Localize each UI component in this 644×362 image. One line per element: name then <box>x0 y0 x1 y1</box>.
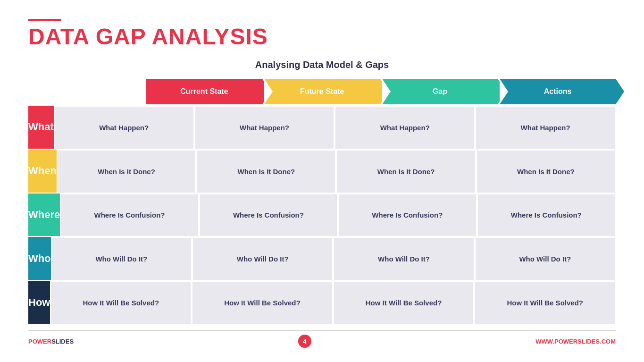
header-future-label: Future State <box>300 87 344 96</box>
row-label-when: When <box>28 150 57 194</box>
row-label-how: How <box>28 281 50 325</box>
page: DATA GAP ANALYSIS Analysing Data Model &… <box>0 0 644 362</box>
cell-how-current: How It Will Be Solved? <box>50 281 192 325</box>
cell-what-gap: What Happen? <box>335 106 475 150</box>
row-label-what: What <box>28 106 54 150</box>
cell-when-actions: When Is It Done? <box>476 150 616 194</box>
table-container: Current State Future State Gap Actions <box>28 79 616 325</box>
header-current-state: Current State <box>146 79 262 104</box>
title-part1: DATA GAP <box>28 24 151 49</box>
cell-who-gap: Who Will Do It? <box>333 237 474 281</box>
cell-when-future: When Is It Done? <box>196 150 336 194</box>
header-current-label: Current State <box>180 87 228 96</box>
row-how: How How It Will Be Solved? How It Will B… <box>28 281 616 325</box>
footer-website: WWW.POWERSLIDES.COM <box>535 338 616 345</box>
cell-where-future: Where Is Confusion? <box>199 194 338 237</box>
cell-who-current: Who Will Do It? <box>51 237 192 281</box>
footer-brand-bold: POWER <box>28 338 51 345</box>
page-title: DATA GAP ANALYSIS <box>28 25 616 48</box>
footer: POWERSLIDES 4 WWW.POWERSLIDES.COM <box>28 330 616 348</box>
header-row: Current State Future State Gap Actions <box>146 79 616 104</box>
title-part2: ANALYSIS <box>151 24 268 49</box>
header-actions: Actions <box>500 79 616 104</box>
data-rows: What What Happen? What Happen? What Happ… <box>28 106 616 325</box>
cell-when-current: When Is It Done? <box>57 150 196 194</box>
cell-what-actions: What Happen? <box>475 106 616 150</box>
row-what: What What Happen? What Happen? What Happ… <box>28 106 616 150</box>
title-bar <box>28 19 61 21</box>
cell-where-gap: Where Is Confusion? <box>338 194 477 237</box>
header-gap: Gap <box>382 79 498 104</box>
cell-how-actions: How It Will Be Solved? <box>474 281 616 325</box>
header-gap-label: Gap <box>433 87 447 96</box>
cell-when-gap: When Is It Done? <box>336 150 476 194</box>
row-label-who: Who <box>28 237 51 281</box>
cell-what-current: What Happen? <box>54 106 194 150</box>
footer-brand: POWERSLIDES <box>28 338 74 345</box>
cell-who-future: Who Will Do It? <box>192 237 333 281</box>
footer-page-number: 4 <box>298 335 311 348</box>
cell-where-current: Where Is Confusion? <box>60 194 199 237</box>
row-who: Who Who Will Do It? Who Will Do It? Who … <box>28 237 616 281</box>
row-label-where: Where <box>28 194 60 237</box>
header-actions-label: Actions <box>544 87 572 96</box>
subtitle: Analysing Data Model & Gaps <box>28 59 616 70</box>
row-when: When When Is It Done? When Is It Done? W… <box>28 150 616 194</box>
cell-how-future: How It Will Be Solved? <box>192 281 333 325</box>
cell-who-actions: Who Will Do It? <box>475 237 616 281</box>
header-future-state: Future State <box>264 79 380 104</box>
row-where: Where Where Is Confusion? Where Is Confu… <box>28 194 616 237</box>
footer-brand-normal: SLIDES <box>51 338 74 345</box>
cell-where-actions: Where Is Confusion? <box>477 194 616 237</box>
cell-how-gap: How It Will Be Solved? <box>333 281 475 325</box>
title-section: DATA GAP ANALYSIS <box>28 19 616 48</box>
cell-what-future: What Happen? <box>194 106 335 150</box>
